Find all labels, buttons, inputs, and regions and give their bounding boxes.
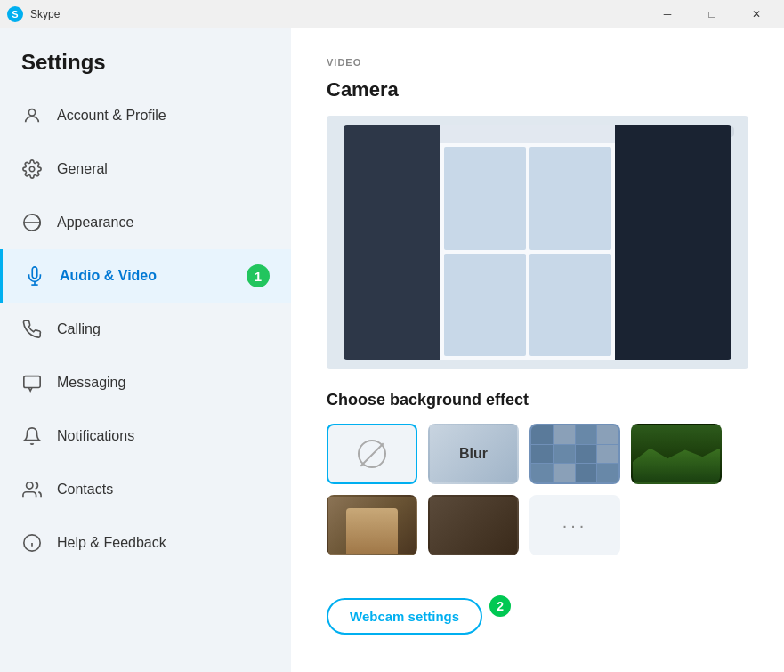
- notifications-label: Notifications: [57, 428, 134, 444]
- camera-preview: [327, 116, 748, 369]
- bg-effects-grid: Blur: [327, 424, 748, 555]
- maximize-button[interactable]: □: [691, 0, 732, 28]
- minimize-button[interactable]: ─: [647, 0, 688, 28]
- bg-tile-room[interactable]: [327, 495, 417, 555]
- badge-1: 1: [247, 264, 270, 287]
- help-label: Help & Feedback: [57, 535, 166, 551]
- sidebar-item-messaging[interactable]: Messaging: [0, 356, 291, 409]
- mosaic-cell-10: [554, 464, 575, 482]
- sidebar-item-audio-video[interactable]: Audio & Video 1: [0, 249, 291, 303]
- screenshot-sidebar: [344, 125, 440, 359]
- contacts-label: Contacts: [57, 482, 113, 498]
- sidebar-item-general[interactable]: General: [0, 142, 291, 196]
- svg-rect-5: [24, 376, 40, 388]
- calling-label: Calling: [57, 321, 101, 337]
- camera-title: Camera: [327, 78, 748, 101]
- mosaic-cell-11: [576, 464, 597, 482]
- sidebar-item-appearance[interactable]: Appearance: [0, 196, 291, 249]
- blur-label: Blur: [459, 446, 488, 462]
- svg-point-6: [27, 482, 33, 489]
- bell-icon: [21, 425, 43, 447]
- appearance-icon: [21, 212, 43, 233]
- titlebar-left: S Skype: [7, 6, 60, 22]
- gear-icon: [21, 158, 43, 180]
- mosaic-cell-9: [531, 464, 553, 482]
- mosaic-cell-2: [554, 425, 575, 444]
- appearance-label: Appearance: [57, 215, 133, 231]
- mosaic-cell-12: [597, 464, 618, 482]
- message-icon: [21, 372, 43, 393]
- screenshot-tile-4: [529, 254, 611, 356]
- mosaic-cell-5: [531, 445, 553, 464]
- webcam-settings-wrapper: Webcam settings 2: [327, 577, 511, 635]
- bg-tile-scene2[interactable]: [428, 495, 519, 555]
- more-dots: ···: [562, 515, 588, 536]
- badge-2: 2: [489, 595, 511, 617]
- screenshot-right: [615, 125, 731, 359]
- audio-video-label: Audio & Video: [60, 268, 157, 284]
- bg-tile-none[interactable]: [327, 424, 417, 484]
- bg-tile-mosaic[interactable]: [529, 424, 620, 484]
- bg-tile-blur[interactable]: Blur: [428, 424, 519, 484]
- mosaic-cell-8: [597, 445, 618, 464]
- none-icon: [358, 440, 386, 468]
- section-label: VIDEO: [327, 57, 748, 68]
- bg-effects-row-2: ···: [327, 495, 748, 555]
- app-title: Skype: [30, 8, 60, 20]
- close-button[interactable]: ✕: [736, 0, 777, 28]
- screenshot-body: [440, 143, 615, 359]
- info-icon: [21, 532, 43, 554]
- screenshot-tile-2: [529, 147, 611, 249]
- sidebar: Settings Account & Profile General: [0, 28, 291, 672]
- skype-logo: S: [7, 6, 23, 22]
- titlebar: S Skype ─ □ ✕: [0, 0, 784, 28]
- content-area: VIDEO Camera: [291, 28, 784, 672]
- screenshot-header: [440, 125, 615, 143]
- sidebar-item-notifications[interactable]: Notifications: [0, 409, 291, 463]
- mosaic-cell-3: [576, 425, 597, 444]
- screenshot-tile-1: [444, 147, 526, 249]
- webcam-settings-button[interactable]: Webcam settings: [327, 598, 482, 635]
- contacts-icon: [21, 479, 43, 500]
- mic-icon: [24, 265, 45, 287]
- sidebar-item-account[interactable]: Account & Profile: [0, 89, 291, 142]
- sidebar-item-calling[interactable]: Calling: [0, 303, 291, 356]
- mosaic-cell-6: [554, 445, 575, 464]
- sidebar-item-contacts[interactable]: Contacts: [0, 463, 291, 516]
- messaging-label: Messaging: [57, 375, 125, 391]
- mosaic-cell-1: [531, 425, 553, 444]
- person-icon: [21, 105, 43, 126]
- screenshot-content: [344, 125, 731, 359]
- bg-effects-title: Choose background effect: [327, 391, 748, 409]
- bg-effects-row-1: Blur: [327, 424, 748, 484]
- account-label: Account & Profile: [57, 108, 166, 124]
- phone-icon: [21, 319, 43, 340]
- titlebar-controls: ─ □ ✕: [647, 0, 777, 28]
- settings-title: Settings: [21, 50, 106, 74]
- mosaic-cell-7: [576, 445, 597, 464]
- sidebar-item-help[interactable]: Help & Feedback: [0, 516, 291, 570]
- camera-screenshot: [344, 125, 731, 359]
- bg-tile-forest[interactable]: [631, 424, 722, 484]
- screenshot-tile-3: [444, 254, 526, 356]
- svg-point-0: [28, 109, 35, 116]
- bg-tile-more[interactable]: ···: [529, 495, 620, 555]
- mosaic-cell-4: [597, 425, 618, 444]
- sidebar-header: Settings: [0, 28, 291, 89]
- main-layout: Settings Account & Profile General: [0, 28, 784, 672]
- screenshot-content-area: [440, 125, 615, 359]
- general-label: General: [57, 161, 108, 177]
- svg-point-1: [29, 166, 35, 172]
